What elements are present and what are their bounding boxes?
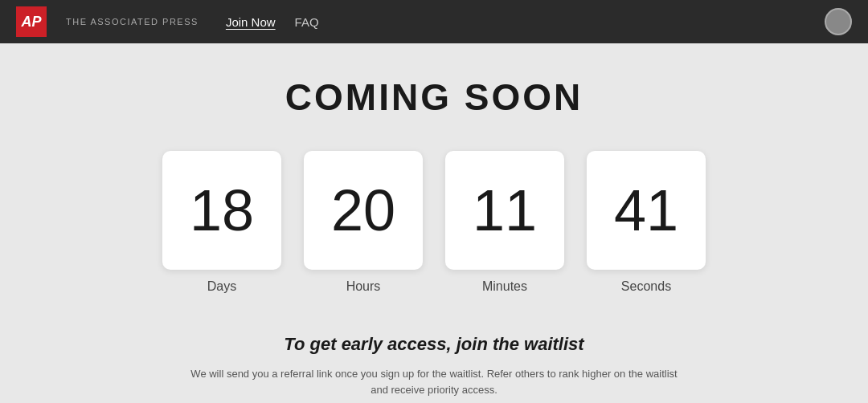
days-value: 18: [190, 181, 254, 239]
hours-box: 20: [304, 151, 423, 270]
countdown-minutes: 11 Minutes: [445, 151, 564, 294]
countdown-seconds: 41 Seconds: [587, 151, 706, 294]
seconds-label: Seconds: [621, 279, 671, 294]
nav-links: Join Now FAQ: [226, 15, 319, 29]
seconds-value: 41: [614, 181, 678, 239]
countdown-row: 18 Days 20 Hours 11 Minutes 41 Seconds: [162, 151, 706, 294]
minutes-box: 11: [445, 151, 564, 270]
faq-link[interactable]: FAQ: [295, 15, 319, 29]
main-content: COMING SOON 18 Days 20 Hours 11 Minutes …: [0, 43, 868, 403]
navbar-right: [825, 8, 852, 35]
user-avatar[interactable]: [825, 8, 852, 35]
waitlist-title: To get early access, join the waitlist: [284, 334, 583, 355]
hours-label: Hours: [346, 279, 381, 294]
brand-name: THE ASSOCIATED PRESS: [66, 17, 199, 26]
hours-value: 20: [331, 181, 395, 239]
seconds-box: 41: [587, 151, 706, 270]
days-label: Days: [207, 279, 236, 294]
ap-logo: AP: [16, 6, 47, 37]
minutes-value: 11: [473, 181, 537, 239]
waitlist-description: We will send you a referral link once yo…: [185, 366, 683, 397]
join-now-link[interactable]: Join Now: [226, 15, 276, 29]
coming-soon-title: COMING SOON: [285, 75, 583, 119]
countdown-hours: 20 Hours: [304, 151, 423, 294]
navbar: AP THE ASSOCIATED PRESS Join Now FAQ: [0, 0, 868, 43]
countdown-days: 18 Days: [162, 151, 281, 294]
days-box: 18: [162, 151, 281, 270]
waitlist-section: To get early access, join the waitlist W…: [185, 334, 683, 403]
minutes-label: Minutes: [482, 279, 527, 294]
